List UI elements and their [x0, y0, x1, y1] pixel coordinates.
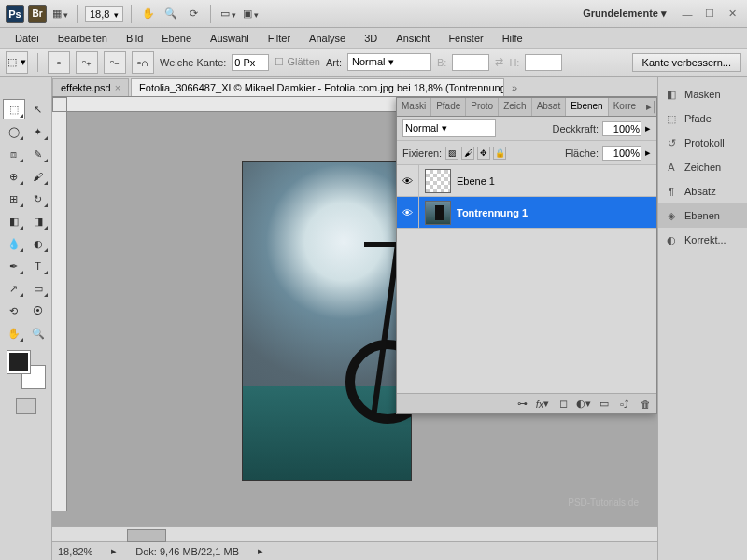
layout-icon[interactable]: ▦	[50, 5, 69, 23]
crop-tool[interactable]: ⧈	[3, 144, 25, 164]
selection-add-icon[interactable]: ▫₊	[76, 51, 98, 74]
opacity-slider-icon[interactable]: ▸	[645, 122, 651, 134]
menu-bild[interactable]: Bild	[119, 30, 150, 47]
type-tool[interactable]: T	[27, 256, 49, 276]
lock-pixels-icon[interactable]: 🖌	[461, 147, 474, 160]
layer-mask-icon[interactable]: ◻	[556, 397, 571, 412]
status-zoom[interactable]: 18,82%	[58, 546, 92, 557]
brush-tool[interactable]: 🖌	[27, 166, 49, 187]
scrollbar-horizontal[interactable]	[52, 526, 657, 541]
maximize-button[interactable]: ☐	[701, 7, 718, 21]
history-brush-tool[interactable]: ↻	[27, 189, 49, 209]
blur-tool[interactable]: 💧	[3, 233, 25, 254]
hand-tool[interactable]: ✋	[3, 323, 25, 343]
link-layers-icon[interactable]: ⊶	[514, 397, 529, 412]
3d-camera-tool[interactable]: ⦿	[27, 301, 49, 321]
layer-fx-icon[interactable]: fx▾	[535, 397, 550, 412]
panel-tab[interactable]: Zeich	[499, 98, 531, 116]
screenmode-icon[interactable]: ▣	[241, 5, 260, 23]
menu-auswahl[interactable]: Auswahl	[203, 30, 257, 47]
dock-korrekturen[interactable]: ◐Korrekt...	[658, 228, 747, 252]
panel-tab-overflow-icon[interactable]: ▸│ ≡	[641, 98, 656, 116]
zoom-select[interactable]: 18,8	[85, 6, 123, 22]
gradient-tool[interactable]: ◨	[27, 211, 49, 231]
workspace-select[interactable]: Grundelemente ▾	[575, 4, 674, 23]
menu-ebene[interactable]: Ebene	[154, 30, 199, 47]
marquee-preset-icon[interactable]: ⬚ ▾	[6, 51, 28, 74]
close-tab-icon[interactable]: ×	[115, 82, 120, 93]
visibility-toggle[interactable]: 👁	[397, 197, 419, 228]
menu-filter[interactable]: Filter	[261, 30, 298, 47]
blend-mode-select[interactable]: Normal ▾	[402, 119, 496, 137]
hand-tool-icon[interactable]: ✋	[139, 5, 158, 23]
dock-pfade[interactable]: ⬚Pfade	[658, 106, 747, 131]
wand-tool[interactable]: ✦	[27, 121, 49, 142]
visibility-toggle[interactable]: 👁	[397, 165, 419, 196]
panel-tab-ebenen[interactable]: Ebenen	[566, 98, 608, 116]
style-select[interactable]: Normal ▾	[347, 53, 431, 71]
arrange-icon[interactable]: ▭	[218, 5, 237, 23]
menu-3d[interactable]: 3D	[357, 30, 385, 47]
lasso-tool[interactable]: ◯	[3, 121, 25, 142]
menu-hilfe[interactable]: Hilfe	[495, 30, 530, 47]
dock-protokoll[interactable]: ↺Protokoll	[658, 131, 747, 155]
status-popup-icon[interactable]: ▸	[111, 545, 117, 557]
zoom-tool-icon[interactable]: 🔍	[162, 5, 180, 23]
selection-new-icon[interactable]: ▫	[48, 51, 70, 74]
eyedropper-tool[interactable]: ✎	[27, 144, 49, 164]
panel-tab[interactable]: Maski	[397, 98, 431, 116]
layer-row[interactable]: 👁 Tontrennung 1	[397, 197, 656, 229]
panel-tab[interactable]: Absat	[532, 98, 567, 116]
refine-edge-button[interactable]: Kante verbessern...	[632, 53, 741, 72]
heal-tool[interactable]: ⊕	[3, 166, 25, 187]
minimize-button[interactable]: —	[679, 7, 696, 21]
document-tab[interactable]: Fotolia_3066487_XL© Mikael Damkier - Fot…	[131, 78, 504, 96]
layer-name[interactable]: Tontrennung 1	[457, 207, 528, 218]
layer-thumbnail[interactable]	[425, 201, 451, 225]
dodge-tool[interactable]: ◐	[27, 233, 49, 254]
dock-zeichen[interactable]: AZeichen	[658, 155, 747, 179]
menu-ansicht[interactable]: Ansicht	[388, 30, 437, 47]
stamp-tool[interactable]: ⊞	[3, 189, 25, 209]
zoom-tool[interactable]: 🔍	[27, 323, 49, 343]
pen-tool[interactable]: ✒	[3, 256, 25, 276]
ruler-vertical[interactable]	[52, 112, 67, 511]
lock-all-icon[interactable]: 🔒	[493, 147, 506, 160]
lock-position-icon[interactable]: ✥	[477, 147, 490, 160]
adjustment-layer-icon[interactable]: ◐▾	[576, 397, 591, 412]
fill-input[interactable]	[602, 146, 641, 161]
path-select-tool[interactable]: ↗	[3, 278, 25, 299]
status-arrow-icon[interactable]: ▸	[258, 545, 263, 557]
menu-datei[interactable]: Datei	[7, 30, 47, 47]
menu-bearbeiten[interactable]: Bearbeiten	[50, 30, 115, 47]
layer-group-icon[interactable]: ▭	[597, 397, 612, 412]
color-swatches[interactable]	[7, 351, 45, 388]
layer-thumbnail[interactable]	[425, 169, 451, 193]
new-layer-icon[interactable]: ▫⤴	[617, 397, 632, 412]
dock-masken[interactable]: ◧Masken	[658, 82, 747, 106]
menu-analyse[interactable]: Analyse	[302, 30, 353, 47]
eraser-tool[interactable]: ◧	[3, 211, 25, 231]
panel-tab[interactable]: Pfade	[431, 98, 466, 116]
dock-absatz[interactable]: ¶Absatz	[658, 179, 747, 203]
status-doc[interactable]: Dok: 9,46 MB/22,1 MB	[135, 546, 239, 557]
layer-name[interactable]: Ebene 1	[457, 175, 495, 187]
fg-color-swatch[interactable]	[7, 351, 30, 373]
panel-tab[interactable]: Korre	[609, 98, 641, 116]
close-button[interactable]: ✕	[724, 7, 740, 21]
opacity-input[interactable]	[602, 121, 641, 136]
bridge-icon[interactable]: Br	[28, 5, 47, 23]
layer-row[interactable]: 👁 Ebene 1	[397, 165, 656, 197]
quickmask-toggle[interactable]	[16, 398, 36, 414]
panel-tab[interactable]: Proto	[466, 98, 499, 116]
document-tab[interactable]: effekte.psd×	[52, 78, 129, 96]
marquee-tool[interactable]: ⬚	[3, 99, 25, 119]
shape-tool[interactable]: ▭	[27, 278, 49, 299]
feather-input[interactable]	[232, 54, 269, 71]
3d-tool[interactable]: ⟲	[3, 301, 25, 321]
selection-intersect-icon[interactable]: ▫∩	[132, 51, 154, 74]
menu-fenster[interactable]: Fenster	[441, 30, 490, 47]
fill-slider-icon[interactable]: ▸	[645, 147, 651, 159]
selection-sub-icon[interactable]: ▫₋	[104, 51, 126, 74]
lock-transparency-icon[interactable]: ▨	[445, 147, 458, 160]
